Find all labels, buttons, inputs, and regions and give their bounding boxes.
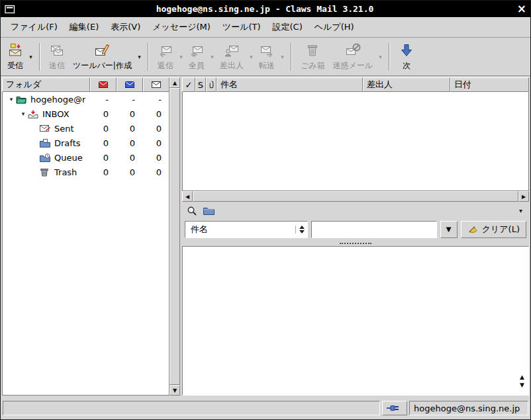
get-mail-icon xyxy=(7,42,23,58)
spam-dropdown-icon[interactable]: ▾ xyxy=(377,40,384,74)
folder-pane: フォルダ ▾ xyxy=(2,77,180,396)
forward-dropdown-icon[interactable]: ▾ xyxy=(279,40,286,74)
unread-count: 0 xyxy=(116,109,142,119)
toolbar-button-label: 差出人 xyxy=(220,60,244,71)
reply-dropdown-icon[interactable]: ▾ xyxy=(177,40,185,74)
folder-label: Trash xyxy=(53,167,77,177)
folder-row-queue[interactable]: Queue 0 0 0 xyxy=(3,150,169,165)
toolbar-button-reply-sender[interactable]: 差出人 xyxy=(216,40,248,74)
toolbar-button-label: 全員 xyxy=(189,60,205,71)
folder-row-sent[interactable]: Sent 0 0 0 xyxy=(3,121,169,136)
reply-sender-icon xyxy=(224,42,240,58)
unread-count: 0 xyxy=(116,167,142,177)
folder-pane-scrollbar[interactable]: ▲ ▼ xyxy=(169,77,180,396)
toolbar: 受信 ▾ 送信 xyxy=(1,38,530,76)
statusbar: hogehoge@ns.sing.ne.jp xyxy=(1,397,530,419)
receive-dropdown-icon[interactable]: ▾ xyxy=(27,40,34,74)
message-list-hscrollbar[interactable]: ◀ ▶ xyxy=(182,191,529,202)
search-type-combo[interactable]: 件名 xyxy=(185,221,308,238)
toolbar-button-receive[interactable]: 受信 xyxy=(3,40,27,74)
total-count: 0 xyxy=(142,124,169,134)
combo-spinner-icon xyxy=(295,226,305,233)
toolbar-button-label: 返信 xyxy=(158,60,173,71)
menu-item-message[interactable]: メッセージ(M) xyxy=(146,18,217,36)
message-list[interactable] xyxy=(182,92,529,191)
message-view-scroll-arrows[interactable]: ▲ ▼ xyxy=(520,374,524,388)
mark-column-header[interactable]: ✓ xyxy=(182,77,195,92)
new-count: 0 xyxy=(89,153,116,163)
status-column-header[interactable]: S xyxy=(195,77,206,92)
titlebar[interactable]: hogehoge@ns.sing.ne.jp - Claws Mail 3.21… xyxy=(1,1,530,17)
folder-column-header[interactable]: フォルダ xyxy=(2,77,90,92)
menu-item-view[interactable]: 表示(V) xyxy=(105,18,146,36)
scroll-up-icon[interactable]: ▲ xyxy=(169,77,180,88)
reply-sender-dropdown-icon[interactable]: ▾ xyxy=(248,40,255,74)
quicksearch-collapse-icon[interactable]: ▾ xyxy=(519,207,526,214)
menu-item-file[interactable]: ファイル(F) xyxy=(5,18,64,36)
trash-folder-icon xyxy=(40,167,53,177)
toolbar-button-label: 次 xyxy=(403,60,410,71)
from-column-header[interactable]: 差出人 xyxy=(363,77,450,92)
compose-dropdown-icon[interactable]: ▾ xyxy=(136,40,143,74)
toolbar-button-reply-all[interactable]: 全員 xyxy=(185,40,209,74)
menu-item-help[interactable]: ヘルプ(H) xyxy=(309,18,360,36)
toolbar-button-compose[interactable]: ツールバー|作成 xyxy=(69,40,136,74)
folder-row-trash[interactable]: Trash 0 0 0 xyxy=(3,165,169,179)
date-column-header[interactable]: 日付 xyxy=(450,77,529,92)
new-count: 0 xyxy=(89,167,116,177)
broom-icon xyxy=(467,223,479,236)
folder-row-account[interactable]: ▾ hogehoge@r - - - xyxy=(3,92,169,106)
expander-icon[interactable]: ▾ xyxy=(19,110,28,117)
toolbar-button-label: 受信 xyxy=(7,60,23,71)
toolbar-button-trash[interactable]: ごみ箱 xyxy=(297,40,329,74)
scroll-down-icon[interactable]: ▼ xyxy=(169,385,180,396)
scroll-up-icon[interactable]: ▲ xyxy=(520,374,524,380)
new-count: 0 xyxy=(89,138,116,148)
window-menu-icon[interactable] xyxy=(5,5,17,14)
reply-all-dropdown-icon[interactable]: ▾ xyxy=(209,40,216,74)
toolbar-button-forward[interactable]: 転送 xyxy=(255,40,279,74)
compose-icon xyxy=(94,42,110,58)
toolbar-button-spam[interactable]: 迷惑メール xyxy=(328,40,377,74)
folder-row-drafts[interactable]: Drafts 0 0 0 xyxy=(3,136,169,150)
total-count: 0 xyxy=(142,153,169,163)
online-status-button[interactable] xyxy=(382,401,407,415)
unread-mail-column-icon[interactable] xyxy=(117,77,143,92)
toolbar-button-label: 迷惑メール xyxy=(332,60,373,71)
scroll-right-icon[interactable]: ▶ xyxy=(518,191,529,202)
clear-search-label: クリア(L) xyxy=(482,224,520,235)
toolbar-button-label: 送信 xyxy=(49,60,65,71)
drafts-folder-icon xyxy=(40,139,53,147)
attachment-column-header[interactable] xyxy=(206,77,217,92)
folder-label: Queue xyxy=(53,153,83,163)
unread-count: - xyxy=(116,95,142,105)
total-mail-column-icon[interactable] xyxy=(143,77,169,92)
next-arrow-icon xyxy=(399,42,414,58)
subject-column-header[interactable]: 件名 xyxy=(217,77,363,92)
search-history-dropdown[interactable]: ▼ xyxy=(440,221,458,238)
toolbar-button-next[interactable]: 次 xyxy=(395,40,418,74)
menu-item-edit[interactable]: 編集(E) xyxy=(64,18,105,36)
search-input[interactable] xyxy=(311,221,437,238)
toolbar-button-send[interactable]: 送信 xyxy=(45,40,69,74)
clear-search-button[interactable]: クリア(L) xyxy=(461,221,526,238)
new-count: - xyxy=(89,95,116,105)
search-icon[interactable] xyxy=(185,204,199,218)
expander-icon[interactable]: ▾ xyxy=(7,96,16,103)
folder-row-inbox[interactable]: ▾ INBOX 0 0 0 xyxy=(3,106,169,121)
scrollbar-thumb[interactable] xyxy=(169,88,180,385)
scroll-down-icon[interactable]: ▼ xyxy=(520,382,524,388)
current-account[interactable]: hogehoge@ns.sing.ne.jp xyxy=(409,401,528,415)
search-folder-icon[interactable] xyxy=(202,204,216,218)
folder-label: Sent xyxy=(53,124,74,134)
scrollbar-thumb[interactable] xyxy=(193,191,518,202)
pane-resize-handle[interactable] xyxy=(182,240,529,246)
quicksearch-panel: ▾ 件名 ▼ クリア(L) xyxy=(182,202,529,240)
menu-item-tools[interactable]: ツール(T) xyxy=(217,18,267,36)
message-view[interactable]: ▲ ▼ xyxy=(182,246,529,396)
new-mail-column-icon[interactable] xyxy=(90,77,117,92)
close-icon[interactable]: × xyxy=(513,3,526,15)
menu-item-configuration[interactable]: 設定(C) xyxy=(267,18,309,36)
toolbar-button-reply[interactable]: 返信 xyxy=(154,40,177,74)
scroll-left-icon[interactable]: ◀ xyxy=(182,191,193,202)
